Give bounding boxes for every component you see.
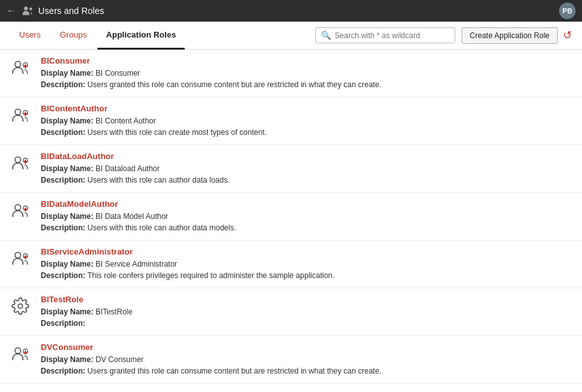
role-name-bidataloadauthor[interactable]: BIDataLoadAuthor [41,151,572,161]
role-name-bitestrole[interactable]: BITestRole [41,295,572,304]
role-icon-bitestrole [10,296,31,316]
role-name-biserviceadministrator[interactable]: BIServiceAdministrator [41,247,572,256]
role-name-biconsumer[interactable]: BIConsumer [41,56,572,66]
role-icon-biconsumer [10,57,31,78]
svg-point-6 [15,109,21,115]
tab-groups[interactable]: Groups [51,22,96,50]
role-icon-bicontentauthor [10,105,31,125]
role-detail-bicontentauthor: Display Name: BI Content Author Descript… [41,115,572,138]
tab-application-roles[interactable]: Application Roles [97,22,185,50]
role-name-dvconsumer[interactable]: DVConsumer [41,342,572,352]
role-detail-biserviceadministrator: Display Name: BI Service Administrator D… [41,258,572,281]
role-detail-biconsumer: Display Name: BI Consumer Description: U… [41,67,572,90]
users-icon [22,5,33,17]
roles-list: BIConsumer Display Name: BI Consumer Des… [0,50,582,392]
svg-point-1 [29,8,32,11]
role-info-bidatamodelauthor: BIDataModelAuthor Display Name: BI Data … [41,199,572,234]
role-info-dvconsumer: DVConsumer Display Name: DV Consumer Des… [41,342,572,377]
role-info-bicontentauthor: BIContentAuthor Display Name: BI Content… [41,104,572,138]
role-detail-dvconsumer: Display Name: DV Consumer Description: U… [41,354,572,377]
role-row: BIConsumer Display Name: BI Consumer Des… [0,50,582,97]
role-row: BIDataModelAuthor Display Name: BI Data … [0,193,582,241]
window-title: Users and Roles [38,6,104,16]
svg-point-23 [15,348,21,354]
create-application-role-button[interactable]: Create Application Role [462,27,558,44]
svg-point-14 [15,205,21,211]
role-row: BITestRole Display Name: BITestRole Desc… [0,288,582,336]
role-detail-bitestrole: Display Name: BITestRole Description: [41,306,572,329]
svg-point-2 [15,62,21,67]
role-row: BIDataLoadAuthor Display Name: BI Datalo… [0,145,582,193]
top-nav: Users Groups Application Roles 🔍 Create … [0,22,582,50]
back-button[interactable]: ← [6,5,17,17]
search-input[interactable] [335,31,450,40]
role-icon-bidatamodelauthor [10,200,31,221]
search-box[interactable]: 🔍 [315,27,455,43]
role-row: DVContentAuthor Display Name: DV Content… [0,384,582,392]
tab-users[interactable]: Users [10,22,50,50]
role-icon-dvconsumer [10,344,31,364]
svg-point-18 [15,253,21,258]
svg-point-22 [18,304,23,309]
role-detail-bidataloadauthor: Display Name: BI Dataload Author Descrip… [41,163,572,186]
role-icon-bidataloadauthor [10,153,31,173]
role-detail-bidatamodelauthor: Display Name: BI Data Model Author Descr… [41,211,572,234]
svg-point-10 [15,157,21,163]
role-row: DVConsumer Display Name: DV Consumer Des… [0,336,582,384]
role-row: BIServiceAdministrator Display Name: BI … [0,241,582,288]
role-icon-biserviceadministrator [10,248,31,269]
role-info-biserviceadministrator: BIServiceAdministrator Display Name: BI … [41,247,572,281]
title-bar: ← Users and Roles PB [0,0,582,22]
refresh-icon[interactable]: ↺ [563,29,572,42]
role-info-bidataloadauthor: BIDataLoadAuthor Display Name: BI Datalo… [41,151,572,186]
user-avatar[interactable]: PB [559,3,576,19]
role-info-biconsumer: BIConsumer Display Name: BI Consumer Des… [41,56,572,90]
search-icon: 🔍 [321,31,331,40]
svg-point-0 [24,6,28,10]
role-info-bitestrole: BITestRole Display Name: BITestRole Desc… [41,295,572,329]
role-row: BIContentAuthor Display Name: BI Content… [0,97,582,145]
role-name-bicontentauthor[interactable]: BIContentAuthor [41,104,572,113]
role-name-bidatamodelauthor[interactable]: BIDataModelAuthor [41,199,572,209]
